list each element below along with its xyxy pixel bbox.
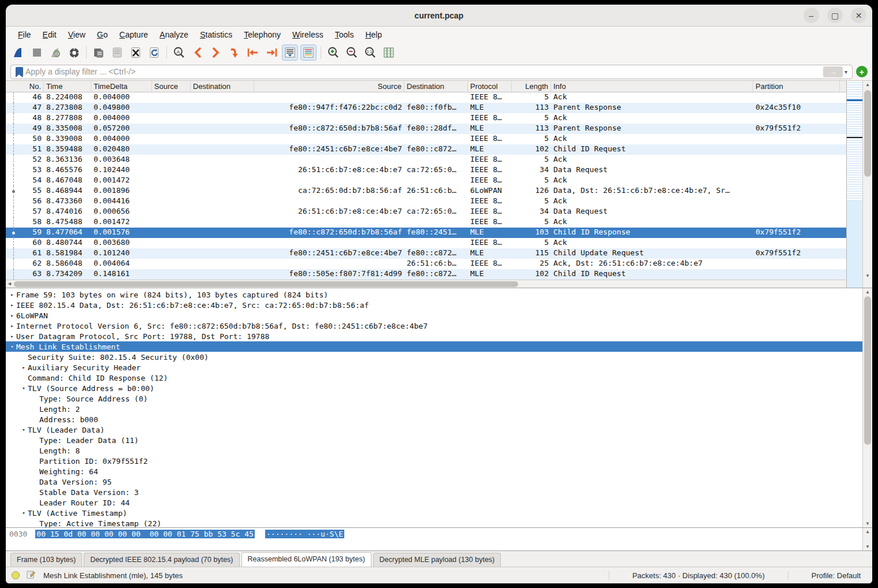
packet-row-49[interactable]: 498.3350080.057200fe80::c872:650d:b7b8:5…	[6, 124, 846, 134]
bytes-down-arrow-icon[interactable]: ▼	[865, 544, 870, 549]
detail-line[interactable]: Address: b000	[6, 414, 862, 425]
reload-file-icon[interactable]	[146, 44, 162, 61]
collapsed-arrow-icon[interactable]: ▸	[20, 364, 28, 370]
colorize-icon[interactable]	[300, 44, 317, 61]
byte-tab-decrypted-mle-payload-130-bytes-[interactable]: Decrypted MLE payload (130 bytes)	[373, 553, 501, 567]
apply-filter-icon[interactable]: →	[823, 66, 843, 77]
capture-comment-icon[interactable]	[27, 570, 35, 580]
collapsed-arrow-icon[interactable]: ▸	[8, 292, 16, 297]
expanded-arrow-icon[interactable]: ▾	[20, 510, 28, 516]
packet-row-48[interactable]: 488.2778080.004000IEEE 8…5Ack	[6, 113, 846, 124]
go-first-packet-icon[interactable]	[245, 44, 261, 61]
packet-row-59[interactable]: 598.4770640.001576fe80::c872:650d:b7b8:5…	[6, 228, 846, 238]
packet-list-hscrollbar[interactable]: ◄	[6, 280, 846, 288]
column-header-source[interactable]: Source	[254, 81, 404, 92]
packet-list-header[interactable]: No.TimeTimeDeltaSourceDestinationSourceD…	[6, 81, 846, 92]
display-filter-field[interactable]: → ▾	[10, 65, 853, 79]
collapsed-arrow-icon[interactable]: ▸	[8, 333, 16, 339]
menu-go[interactable]: Go	[92, 28, 113, 41]
collapsed-arrow-icon[interactable]: ▸	[8, 323, 16, 329]
packet-row-56[interactable]: 568.4733600.004416IEEE 8…5Ack	[6, 196, 846, 207]
detail-line[interactable]: ▸6LoWPAN	[6, 310, 862, 321]
vscroll-thumb[interactable]	[864, 90, 871, 177]
go-forward-icon[interactable]	[208, 44, 224, 61]
detail-line[interactable]: ▾TLV (Source Address = b0:00)	[6, 383, 862, 393]
packet-row-50[interactable]: 508.3390080.004000IEEE 8…5Ack	[6, 134, 846, 144]
details-down-arrow-icon[interactable]: ▼	[865, 521, 870, 526]
close-file-icon[interactable]	[128, 44, 144, 61]
expanded-arrow-icon[interactable]: ▾	[8, 344, 16, 349]
hscroll-left-arrow-icon[interactable]: ◄	[7, 281, 12, 286]
open-file-icon[interactable]	[91, 44, 107, 61]
go-last-packet-icon[interactable]	[263, 44, 280, 61]
minimize-button[interactable]: –	[803, 8, 819, 23]
detail-line[interactable]: ▸Frame 59: 103 bytes on wire (824 bits),…	[6, 289, 862, 300]
detail-line[interactable]: Type: Active Timestamp (22)	[6, 518, 862, 527]
menu-wireless[interactable]: Wireless	[287, 28, 329, 41]
packet-row-52[interactable]: 528.3631360.003648IEEE 8…5Ack	[6, 155, 846, 165]
detail-line[interactable]: ▸User Datagram Protocol, Src Port: 19788…	[6, 331, 862, 341]
filter-bookmark-icon[interactable]	[16, 67, 23, 77]
hex-bytes-selected[interactable]: 00 15 0d 00 00 00 00 00 00 00 01 75 bb 5…	[35, 530, 255, 538]
restart-capture-icon[interactable]	[47, 44, 64, 61]
go-to-packet-icon[interactable]	[226, 44, 243, 61]
menu-capture[interactable]: Capture	[114, 28, 154, 41]
byte-tab-frame-103-bytes-[interactable]: Frame (103 bytes)	[10, 553, 82, 567]
go-back-icon[interactable]	[189, 44, 206, 61]
detail-line[interactable]: Type: Leader Data (11)	[6, 435, 862, 445]
hex-ascii-selected[interactable]: ········ ···u·S\E	[265, 530, 344, 538]
menu-statistics[interactable]: Statistics	[195, 28, 237, 41]
menu-view[interactable]: View	[63, 28, 91, 41]
bytes-up-arrow-icon[interactable]: ▲	[865, 529, 870, 534]
details-up-arrow-icon[interactable]: ▲	[865, 289, 870, 295]
menu-file[interactable]: File	[13, 28, 36, 41]
menu-help[interactable]: Help	[360, 28, 387, 41]
detail-line[interactable]: ▸Internet Protocol Version 6, Src: fe80:…	[6, 321, 862, 331]
expert-info-icon[interactable]	[12, 571, 20, 579]
add-filter-button[interactable]: +	[856, 66, 868, 77]
menu-analyze[interactable]: Analyze	[154, 28, 194, 41]
save-file-icon[interactable]	[109, 44, 125, 61]
vscroll-down-arrow-icon[interactable]: ▼	[865, 273, 870, 278]
detail-line[interactable]: ▸IEEE 802.15.4 Data, Dst: 26:51:c6:b7:e8…	[6, 300, 862, 310]
column-header-no[interactable]: No.	[6, 81, 44, 92]
detail-line[interactable]: Weighting: 64	[6, 466, 862, 477]
column-header-protocol[interactable]: Protocol	[468, 81, 512, 92]
display-filter-input[interactable]	[25, 67, 823, 76]
start-capture-icon[interactable]	[10, 44, 27, 61]
column-header-timedelta[interactable]: TimeDelta	[91, 81, 152, 92]
packet-row-62[interactable]: 628.5860480.00406426:51:c6:b…IEEE 8…25Ac…	[6, 259, 846, 269]
detail-line[interactable]: ▾TLV (Leader Data)	[6, 425, 862, 435]
packet-row-53[interactable]: 538.4655760.10244026:51:c6:b7:e8:ce:4b:e…	[6, 165, 846, 176]
expanded-arrow-icon[interactable]: ▾	[20, 385, 28, 391]
detail-line[interactable]: Leader Router ID: 44	[6, 497, 862, 508]
stop-capture-icon[interactable]	[29, 44, 45, 61]
filter-dropdown-caret-icon[interactable]: ▾	[844, 69, 847, 75]
packet-row-51[interactable]: 518.3594880.020480fe80::2451:c6b7:e8ce:4…	[6, 144, 846, 155]
column-header-length[interactable]: Length	[512, 81, 551, 92]
column-header-source[interactable]: Source	[152, 81, 191, 92]
find-packet-icon[interactable]: A	[171, 44, 187, 61]
menu-edit[interactable]: Edit	[38, 28, 62, 41]
column-header-time[interactable]: Time	[44, 81, 91, 92]
detail-line[interactable]: Partition ID: 0x79f551f2	[6, 456, 862, 466]
hscroll-thumb[interactable]	[14, 281, 518, 287]
packet-row-46[interactable]: 468.2240080.004000IEEE 8…5Ack	[6, 92, 846, 103]
collapsed-arrow-icon[interactable]: ▸	[8, 302, 16, 308]
packet-row-61[interactable]: 618.5819840.101240fe80::2451:c6b7:e8ce:4…	[6, 248, 846, 259]
capture-options-icon[interactable]	[66, 44, 82, 61]
detail-line[interactable]: Stable Data Version: 3	[6, 487, 862, 497]
expanded-arrow-icon[interactable]: ▾	[20, 427, 28, 433]
menu-tools[interactable]: Tools	[330, 28, 359, 41]
hex-row[interactable]: 0030 00 15 0d 00 00 00 00 00 00 00 01 75…	[9, 530, 859, 538]
titlebar[interactable]: current.pcap – ▢ ✕	[6, 5, 872, 27]
detail-line[interactable]: Length: 2	[6, 404, 862, 414]
detail-line[interactable]: ▾TLV (Active Timestamp)	[6, 508, 862, 518]
column-header-destination[interactable]: Destination	[191, 81, 254, 92]
packet-row-60[interactable]: 608.4807440.003680IEEE 8…5Ack	[6, 238, 846, 248]
packet-row-55[interactable]: 558.4689440.001896ca:72:65:0d:b7:b8:56:a…	[6, 186, 846, 196]
column-header-info[interactable]: Info	[551, 81, 753, 92]
close-button[interactable]: ✕	[851, 8, 866, 23]
detail-line[interactable]: Length: 8	[6, 445, 862, 456]
zoom-out-icon[interactable]	[344, 44, 360, 61]
